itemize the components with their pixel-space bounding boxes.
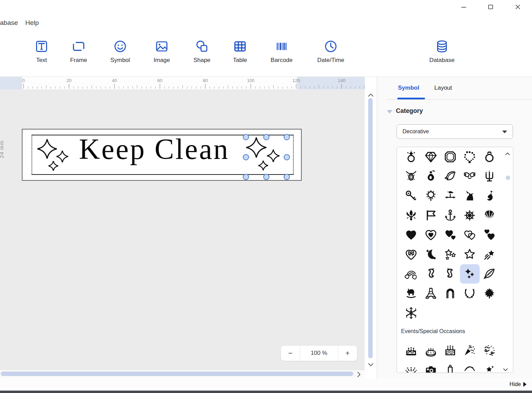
symbol-camera-hearts[interactable] xyxy=(421,360,440,373)
symbol-angel-wings[interactable] xyxy=(460,167,479,186)
symbol-pendant-necklace[interactable] xyxy=(401,167,421,186)
symbol-fleur-de-lis[interactable] xyxy=(401,206,421,225)
symbol-seashell[interactable] xyxy=(480,206,499,225)
minimize-button[interactable] xyxy=(456,1,472,13)
tab-separator xyxy=(387,99,532,100)
symbol-perfume-bottle[interactable] xyxy=(421,167,440,186)
toolbar-button-datetime[interactable]: Date/Time xyxy=(311,37,351,69)
zoom-in-button[interactable]: + xyxy=(338,346,357,361)
toolbar-button-image[interactable]: Image xyxy=(142,37,182,69)
sparkles-symbol-selected[interactable] xyxy=(244,136,289,175)
symbol-hearts-interlocked[interactable] xyxy=(460,225,479,244)
selection-handle[interactable] xyxy=(284,154,290,160)
symbol-anchor[interactable] xyxy=(441,206,460,225)
symbol-star-outline[interactable] xyxy=(460,244,479,264)
vertical-scrollbar-thumb[interactable] xyxy=(368,98,373,358)
symbol-gift-tag[interactable] xyxy=(441,360,460,373)
symbol-heart-with-bow[interactable] xyxy=(401,244,421,264)
symbol-horseshoe[interactable] xyxy=(441,284,460,303)
hearts-interlocked-icon xyxy=(463,228,476,241)
close-button[interactable] xyxy=(510,1,526,13)
symbol-maple-leaf[interactable] xyxy=(480,284,499,303)
symbol-ship-wheel[interactable] xyxy=(460,206,479,225)
toolbar-label: Frame xyxy=(70,57,87,64)
gallery-scroll-up-icon[interactable] xyxy=(505,151,510,157)
sparkles-symbol-left[interactable] xyxy=(36,136,72,171)
symbol-feather[interactable] xyxy=(480,264,499,284)
symbol-hand-mirror[interactable] xyxy=(421,186,440,206)
tab-layout[interactable]: Layout xyxy=(434,84,452,91)
symbol-laurel-wreath[interactable] xyxy=(460,284,479,303)
zoom-out-button[interactable]: − xyxy=(281,346,300,361)
symbol-stars-trio[interactable] xyxy=(441,244,460,264)
maximize-button[interactable] xyxy=(483,1,499,13)
symbol-pearl-necklace[interactable] xyxy=(460,147,479,167)
category-collapse-icon[interactable] xyxy=(387,110,392,114)
selection-handle[interactable] xyxy=(284,174,290,180)
toolbar-button-barcode[interactable]: Barcode xyxy=(261,37,302,69)
symbol-ribbon-swirl[interactable] xyxy=(421,264,440,284)
symbol-heart-with-small-heart[interactable] xyxy=(441,225,460,244)
toolbar-button-database[interactable]: Database xyxy=(422,37,462,69)
symbol-ribbon-swirl-2[interactable] xyxy=(441,264,460,284)
symbol-eiffel-tower[interactable] xyxy=(421,284,440,303)
toolbar-button-frame[interactable]: Frame xyxy=(59,37,99,69)
toolbar-button-symbol[interactable]: Symbol xyxy=(100,37,140,69)
scroll-down-button[interactable] xyxy=(368,361,374,368)
symbol-rainbow-clouds[interactable] xyxy=(401,264,421,284)
scroll-up-button[interactable] xyxy=(368,92,374,98)
symbol-snowflake[interactable] xyxy=(401,303,421,322)
symbol-sparkles[interactable] xyxy=(460,264,479,284)
hide-panel-button[interactable]: Hide xyxy=(509,378,526,391)
symbol-heart-solid[interactable] xyxy=(401,225,421,244)
gallery-scrollbar-thumb[interactable] xyxy=(506,176,510,180)
symbol-party-popper[interactable] xyxy=(460,341,479,360)
symbol-rooster-weathervane[interactable] xyxy=(441,186,460,206)
symbol-wing[interactable] xyxy=(441,167,460,186)
design-canvas[interactable]: 24 mm Keep Clean − 100 % + xyxy=(0,89,365,370)
symbol-gallery: Events/Special Occasions xyxy=(397,147,513,373)
selection-handle[interactable] xyxy=(263,134,269,140)
symbol-diamond[interactable] xyxy=(421,147,440,167)
label-text[interactable]: Keep Clean xyxy=(79,129,229,169)
symbol-crescent-moon-stars[interactable] xyxy=(421,244,440,264)
horizontal-scrollbar-thumb[interactable] xyxy=(1,372,353,376)
menu-item-help[interactable]: Help xyxy=(25,18,39,28)
symbol-star-sparkle[interactable] xyxy=(480,360,499,373)
symbol-fireworks-burst[interactable] xyxy=(401,360,421,373)
gallery-scroll-down-icon[interactable] xyxy=(503,366,508,373)
symbol-shooting-star[interactable] xyxy=(480,244,499,264)
symbol-wedding-ring-diamond[interactable] xyxy=(401,147,421,167)
symbol-round-birthday-cake[interactable] xyxy=(421,341,440,360)
selection-handle[interactable] xyxy=(284,134,290,140)
toolbar-button-text[interactable]: Text xyxy=(21,37,62,69)
symbol-heart-nested[interactable] xyxy=(421,225,440,244)
category-dropdown[interactable]: Decorative xyxy=(397,124,513,139)
selection-handle[interactable] xyxy=(243,174,249,180)
symbol-vintage-key[interactable] xyxy=(401,186,421,206)
selection-handle[interactable] xyxy=(263,174,269,180)
shooting-star-icon xyxy=(483,248,496,261)
menu-item-database[interactable]: abase xyxy=(0,18,18,28)
symbol-rocking-horse[interactable] xyxy=(401,284,421,303)
selection-handle[interactable] xyxy=(243,134,249,140)
database-icon xyxy=(435,37,449,55)
symbol-birthday-cake[interactable] xyxy=(401,341,421,360)
symbol-candelabra[interactable] xyxy=(480,167,499,186)
symbol-engagement-ring[interactable] xyxy=(480,147,499,167)
selection-handle[interactable] xyxy=(243,154,249,160)
symbol-unicorn[interactable] xyxy=(460,186,479,206)
scroll-right-button[interactable] xyxy=(357,372,361,379)
toolbar-button-shape[interactable]: Shape xyxy=(182,37,222,69)
hide-label: Hide xyxy=(509,381,521,387)
tab-symbol[interactable]: Symbol xyxy=(398,84,419,91)
label-tape[interactable]: Keep Clean xyxy=(22,129,302,181)
symbol-confetti-streamers[interactable] xyxy=(480,341,499,360)
symbol-floral-garland[interactable] xyxy=(460,360,479,373)
symbol-flag-banner[interactable] xyxy=(421,206,440,225)
toolbar-button-table[interactable]: Table xyxy=(220,37,260,69)
symbol-mermaid[interactable] xyxy=(480,186,499,206)
symbol-candle-cake[interactable] xyxy=(441,341,460,360)
symbol-emerald-gem[interactable] xyxy=(441,147,460,167)
symbol-hearts-pair[interactable] xyxy=(480,225,499,244)
